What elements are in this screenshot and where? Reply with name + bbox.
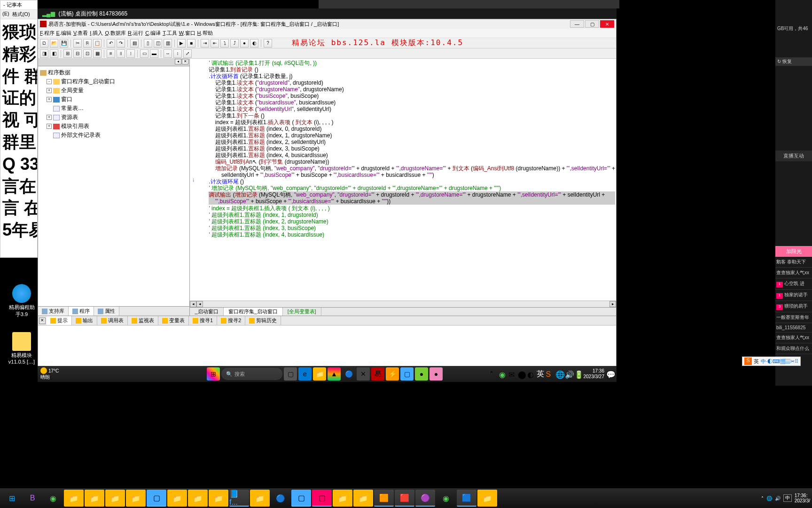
ot-net-icon[interactable]: 🌐 [766,496,772,501]
pane3-icon[interactable]: ▥ [164,39,172,48]
menu-item[interactable]: H.帮助 [197,30,213,37]
help-icon[interactable]: ? [264,39,272,48]
ot-folder10-icon[interactable]: 📁 [353,490,373,507]
ot-app7-icon[interactable]: ▢ [312,490,332,507]
output-tab[interactable]: 提示 [47,316,72,325]
scroll-left-icon[interactable]: ◂ [190,301,196,307]
menu-item[interactable]: C.编译 [145,30,161,37]
tree-expander[interactable]: - [47,79,52,84]
app5-icon[interactable]: ● [415,367,428,381]
bp-icon[interactable]: ● [240,39,249,48]
taskview-icon[interactable]: ▢ [284,367,297,381]
output-tab[interactable]: 搜寻1 [189,316,217,325]
ot-app2-icon[interactable]: ◉ [43,490,63,507]
ot-app11-icon[interactable]: ◉ [436,490,456,507]
tree-expander[interactable]: + [47,88,52,93]
t2-8[interactable]: ⫴ [117,49,125,58]
weather-widget[interactable]: 17°C 晴朗 [40,367,59,381]
tray4-icon[interactable]: ◐ [527,370,535,378]
menu-item[interactable]: W.窗口 [179,30,195,37]
t2-4[interactable]: ⊟ [73,49,82,58]
tray3-icon[interactable]: ⬤ [518,370,525,378]
ot-app3-icon[interactable]: ▢ [147,490,166,507]
minimize-btn[interactable]: — [570,20,584,28]
eyuyan-icon[interactable]: 易 [371,367,384,381]
ime-bar[interactable]: S 英 中·◐⌨▦▤✂⠿ [742,357,801,366]
list-icon[interactable]: ▤ [130,39,139,48]
ime-item-icon[interactable]: ⌨ [773,358,780,364]
t2-1[interactable]: ◨ [40,49,48,58]
t2-7[interactable]: ≡ [107,49,115,58]
editor-tab[interactable]: [全局变量表] [283,308,321,316]
ot-folder9-icon[interactable]: 📁 [333,490,352,507]
sidebar-pin-icon[interactable]: ◂ [175,59,181,64]
ot-folder3-icon[interactable]: 📁 [105,490,125,507]
ime-item-icon[interactable]: 中 [761,358,766,364]
ime-item-icon[interactable]: ◐ [767,358,773,364]
output-tab[interactable]: 剪辑历史 [245,316,281,325]
ime-item-icon[interactable]: ▦ [780,358,785,364]
t2-2[interactable]: ◧ [50,49,58,58]
maximize-btn[interactable]: ▢ [585,20,599,28]
tree-item[interactable]: +模块引用表 [40,122,187,131]
start2-icon[interactable]: ⊞ [2,490,22,507]
tree-expander[interactable]: + [47,124,52,129]
menu-item[interactable]: F.程序 [40,30,55,37]
ime-item-icon[interactable]: ⠿ [795,358,798,364]
t2-10[interactable]: ▭ [140,49,148,58]
stream-tab-light[interactable]: 加限光 [775,246,812,257]
tray-vol-icon[interactable]: 🔊 [565,370,572,378]
t2-9[interactable]: ⫶ [126,49,135,58]
menu-item[interactable]: Q.数据库 [105,30,126,37]
ot-folder6-icon[interactable]: 📁 [188,490,208,507]
menu-item[interactable]: V.查看 [73,30,88,37]
ot-folder11-icon[interactable]: 📁 [477,490,497,507]
tree-expander[interactable]: + [47,115,52,120]
explorer-icon[interactable]: 📁 [313,367,326,381]
output-tab[interactable]: 调用表 [97,316,128,325]
tree-item[interactable]: -窗口程序集_启动窗口 [40,77,187,86]
tray-net-icon[interactable]: 🌐 [555,370,563,378]
output-tab[interactable]: 输出 [72,316,97,325]
ot-folder8-icon[interactable]: 📁 [250,490,270,507]
output-tab[interactable]: 监视表 [128,316,158,325]
ot-app12-icon[interactable]: 🟦 [457,490,476,507]
ot-folder4-icon[interactable]: 📁 [126,490,146,507]
editor-tab[interactable]: 窗口程序集_启动窗口 [224,308,283,316]
ot-folder5-icon[interactable]: 📁 [167,490,187,507]
tree-item[interactable]: 常量表… [40,104,187,113]
ime-logo-icon[interactable]: S [744,357,752,365]
ime-lang[interactable]: 英 [754,358,759,365]
app2-icon[interactable]: ✕ [357,367,370,381]
ime-item-icon[interactable]: ▤ [785,358,790,364]
t2-6[interactable]: ▦ [93,49,102,58]
notepad-text[interactable]: 猥琐精彩件 群证的视 可群里Q 332言在纟言 在5年易 [0,19,37,243]
tray2-icon[interactable]: ✉ [508,370,516,378]
copy-icon[interactable]: ⎘ [83,39,92,48]
app6-icon[interactable]: ● [429,367,443,381]
notepad-menu-edit[interactable]: (E) [2,11,9,18]
search-box[interactable]: 🔍 搜索 [221,368,282,380]
notepad-menu-format[interactable]: 格式(O) [12,11,30,18]
ot-folder2-icon[interactable]: 📁 [85,490,104,507]
save-icon[interactable]: 💾 [60,39,68,48]
step4-icon[interactable]: ⤴ [230,39,239,48]
tray-notify-icon[interactable]: 💬 [606,370,614,378]
ot-app6-icon[interactable]: ▢ [291,490,311,507]
tree-item[interactable]: +资源表 [40,113,187,122]
output-tab[interactable]: 搜寻2 [217,316,245,325]
undo-icon[interactable]: ↶ [107,39,115,48]
app1-icon[interactable]: ▲ [328,367,341,381]
tray-up-icon[interactable]: ˄ [490,370,497,378]
cut-icon[interactable]: ✂ [73,39,82,48]
tree-expander[interactable]: + [47,97,52,102]
stop-icon[interactable]: ■ [187,39,195,48]
menu-item[interactable]: T.工具 [163,30,177,37]
sidebar-close-icon[interactable]: ✕ [182,59,188,64]
tree-item[interactable]: 外部文件记录表 [40,131,187,140]
h-scrollbar[interactable]: ◂ ◂ ▸ [190,301,616,307]
new-icon[interactable]: 🗋 [40,39,48,48]
t2-12[interactable]: ↔ [164,49,172,58]
t2-14[interactable]: ⤢ [183,49,192,58]
desktop-icon[interactable]: 精易模块v11.0.5 […] [8,332,36,365]
